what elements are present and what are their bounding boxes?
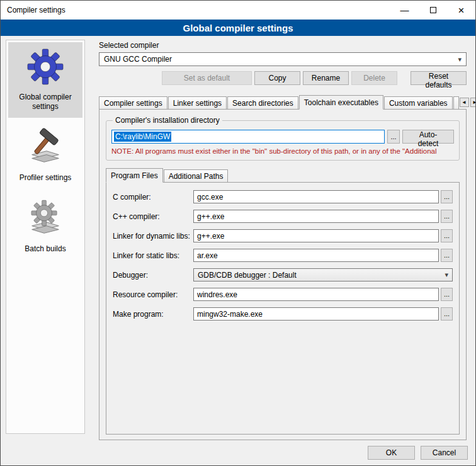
ok-button[interactable]: OK bbox=[368, 446, 415, 460]
page-title: Global compiler settings bbox=[1, 20, 475, 36]
c-compiler-browse-button[interactable]: ... bbox=[441, 190, 453, 203]
auto-detect-button[interactable]: Auto-detect bbox=[402, 130, 454, 144]
reset-defaults-button[interactable]: Reset defaults bbox=[411, 71, 467, 85]
selected-compiler-select[interactable]: GNU GCC Compiler ▾ bbox=[99, 52, 467, 66]
main-panel: Selected compiler GNU GCC Compiler ▾ Set… bbox=[92, 40, 470, 440]
sidebar-item-profiler-settings[interactable]: Profiler settings bbox=[8, 123, 82, 189]
installation-directory-input[interactable]: C:\raylib\MinGW bbox=[111, 130, 385, 144]
toolchain-executables-page: Compiler's installation directory C:\ray… bbox=[99, 109, 467, 440]
field-row-linker-static: Linker for static libs: ... bbox=[113, 249, 453, 262]
rename-button[interactable]: Rename bbox=[303, 71, 349, 85]
c-compiler-label: C compiler: bbox=[113, 193, 193, 202]
delete-button[interactable]: Delete bbox=[351, 71, 397, 85]
debugger-select[interactable]: GDB/CDB debugger : Default ▾ bbox=[193, 268, 453, 281]
debugger-value: GDB/CDB debugger : Default bbox=[198, 271, 297, 280]
tab-compiler-settings[interactable]: Compiler settings bbox=[99, 96, 167, 109]
linker-dynamic-input[interactable] bbox=[193, 229, 439, 242]
resource-compiler-input[interactable] bbox=[193, 288, 439, 301]
minimize-button[interactable]: — bbox=[390, 1, 419, 20]
tab-toolchain-executables[interactable]: Toolchain executables bbox=[299, 95, 383, 110]
sidebar-item-label: Global compiler settings bbox=[9, 93, 81, 111]
debugger-label: Debugger: bbox=[113, 271, 193, 280]
sidebar-item-batch-builds[interactable]: Batch builds bbox=[8, 194, 82, 260]
field-row-resource-compiler: Resource compiler: ... bbox=[113, 288, 453, 301]
bin-subdirectory-note: NOTE: All programs must exist either in … bbox=[111, 147, 454, 155]
selected-compiler-label: Selected compiler bbox=[99, 41, 467, 50]
linker-static-browse-button[interactable]: ... bbox=[441, 249, 453, 262]
tab-custom-variables[interactable]: Custom variables bbox=[384, 96, 453, 109]
tab-linker-settings[interactable]: Linker settings bbox=[168, 96, 227, 109]
make-program-browse-button[interactable]: ... bbox=[441, 307, 453, 321]
compiler-buttons-row: Set as default Copy Rename Delete Reset … bbox=[99, 71, 467, 85]
sidebar-item-global-compiler-settings[interactable]: Global compiler settings bbox=[8, 42, 82, 118]
field-row-linker-dynamic: Linker for dynamic libs: ... bbox=[113, 229, 453, 242]
maximize-icon bbox=[430, 7, 436, 13]
linker-static-label: Linker for static libs: bbox=[113, 251, 193, 260]
installation-directory-row: C:\raylib\MinGW ... Auto-detect bbox=[111, 130, 454, 144]
field-row-make-program: Make program: ... bbox=[113, 307, 453, 321]
cpp-compiler-browse-button[interactable]: ... bbox=[441, 210, 453, 223]
spacer bbox=[99, 71, 159, 85]
tab-additional-paths[interactable]: Additional Paths bbox=[164, 169, 229, 182]
installation-directory-group: Compiler's installation directory C:\ray… bbox=[106, 116, 460, 161]
maximize-button[interactable] bbox=[419, 1, 447, 20]
resource-compiler-label: Resource compiler: bbox=[113, 290, 193, 299]
title-bar: Compiler settings — × bbox=[1, 1, 475, 20]
cpp-compiler-input[interactable] bbox=[193, 210, 439, 223]
make-program-input[interactable] bbox=[193, 307, 439, 321]
installation-directory-value: C:\raylib\MinGW bbox=[114, 132, 171, 142]
linker-dynamic-label: Linker for dynamic libs: bbox=[113, 232, 193, 241]
cpp-compiler-label: C++ compiler: bbox=[113, 212, 193, 221]
blue-gear-icon bbox=[26, 47, 65, 86]
compiler-settings-window: Compiler settings — × Global compiler se… bbox=[0, 0, 476, 466]
resource-compiler-browse-button[interactable]: ... bbox=[441, 288, 453, 301]
make-program-label: Make program: bbox=[113, 310, 193, 319]
close-button[interactable]: × bbox=[447, 1, 475, 20]
tab-build-options[interactable]: Build bbox=[453, 96, 459, 109]
tab-scroll-right-button[interactable]: ► bbox=[470, 98, 476, 107]
installation-directory-group-title: Compiler's installation directory bbox=[113, 116, 222, 125]
set-as-default-button[interactable]: Set as default bbox=[162, 71, 252, 85]
tab-scroll-left-button[interactable]: ◄ bbox=[460, 98, 469, 107]
tab-scroll-buttons: ◄ ► bbox=[460, 98, 476, 109]
sub-tab-strip: Program Files Additional Paths bbox=[106, 168, 460, 182]
cancel-button[interactable]: Cancel bbox=[421, 446, 468, 460]
copy-button[interactable]: Copy bbox=[254, 71, 300, 85]
dialog-footer: OK Cancel bbox=[1, 440, 475, 465]
installation-directory-browse-button[interactable]: ... bbox=[387, 130, 400, 144]
field-row-cpp-compiler: C++ compiler: ... bbox=[113, 210, 453, 223]
tab-strip: Compiler settings Linker settings Search… bbox=[99, 95, 467, 109]
chevron-down-icon: ▾ bbox=[445, 271, 448, 279]
tab-search-directories[interactable]: Search directories bbox=[227, 96, 298, 109]
tab-program-files[interactable]: Program Files bbox=[106, 168, 163, 183]
selected-compiler-value: GNU GCC Compiler bbox=[104, 55, 172, 64]
sidebar-item-label: Profiler settings bbox=[20, 173, 72, 183]
profiler-tool-icon bbox=[26, 128, 65, 167]
dialog-body: Global compiler settings Profiler settin… bbox=[1, 36, 475, 440]
gray-gear-icon bbox=[26, 199, 65, 238]
sidebar-item-label: Batch builds bbox=[25, 244, 65, 254]
linker-static-input[interactable] bbox=[193, 249, 439, 262]
field-row-c-compiler: C compiler: ... bbox=[113, 190, 453, 203]
c-compiler-input[interactable] bbox=[193, 190, 439, 203]
settings-sidebar: Global compiler settings Profiler settin… bbox=[6, 40, 85, 434]
linker-dynamic-browse-button[interactable]: ... bbox=[441, 229, 453, 242]
chevron-down-icon: ▾ bbox=[458, 55, 462, 64]
window-title: Compiler settings bbox=[1, 6, 390, 14]
field-row-debugger: Debugger: GDB/CDB debugger : Default ▾ bbox=[113, 268, 453, 281]
program-files-page: C compiler: ... C++ compiler: ... Linker… bbox=[106, 182, 460, 435]
